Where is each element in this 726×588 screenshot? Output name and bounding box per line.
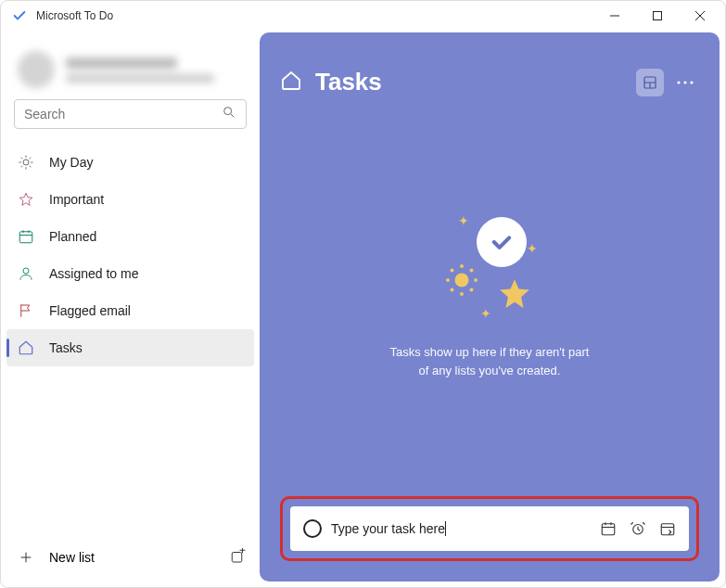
svg-point-33 — [460, 292, 464, 296]
sidebar-item-assigned[interactable]: Assigned to me — [1, 255, 260, 292]
svg-rect-40 — [602, 524, 615, 535]
svg-rect-45 — [661, 524, 674, 535]
sidebar-item-label: Planned — [49, 229, 96, 244]
sidebar-item-important[interactable]: Important — [1, 181, 260, 218]
window-title: Microsoft To Do — [36, 9, 593, 22]
person-icon — [18, 265, 34, 282]
new-list-button[interactable]: New list — [18, 549, 95, 566]
svg-point-39 — [470, 269, 474, 273]
empty-state-text: Tasks show up here if they aren't part o… — [390, 343, 590, 379]
minimize-button[interactable] — [593, 1, 636, 31]
sun-icon — [18, 154, 34, 171]
flag-icon — [18, 302, 34, 319]
sun-decoration — [445, 263, 478, 300]
task-input-highlight: Type your task here — [280, 496, 699, 561]
window-controls — [593, 1, 721, 31]
user-profile[interactable] — [1, 34, 260, 99]
avatar — [18, 51, 55, 88]
svg-line-11 — [21, 158, 23, 160]
svg-line-14 — [30, 158, 32, 160]
text-cursor — [445, 521, 446, 536]
svg-line-5 — [231, 114, 234, 117]
svg-rect-1 — [654, 12, 662, 20]
svg-point-30 — [690, 81, 693, 83]
star-icon — [18, 191, 34, 208]
search-input[interactable] — [24, 107, 222, 121]
sidebar-item-planned[interactable]: Planned — [1, 218, 260, 255]
task-input-text[interactable]: Type your task here — [331, 521, 445, 536]
new-list-label: New list — [49, 550, 95, 565]
svg-point-32 — [460, 264, 464, 268]
window-titlebar: Microsoft To Do — [1, 1, 725, 31]
svg-line-13 — [21, 166, 23, 168]
add-task-box[interactable]: Type your task here — [290, 506, 689, 551]
svg-point-19 — [23, 268, 29, 274]
svg-point-37 — [470, 288, 474, 292]
empty-state: ✦ ✦ ✦ Tasks show up here if they aren't … — [280, 96, 699, 496]
svg-rect-22 — [232, 552, 242, 562]
maximize-button[interactable] — [636, 1, 679, 31]
sidebar-item-label: My Day — [49, 155, 93, 170]
empty-illustration: ✦ ✦ ✦ — [425, 213, 554, 334]
check-icon — [477, 217, 527, 267]
svg-rect-15 — [19, 232, 32, 243]
search-icon — [222, 105, 236, 123]
main-panel: Tasks ✦ ✦ ✦ — [260, 32, 720, 582]
sidebar-item-label: Flagged email — [49, 303, 131, 318]
sidebar-item-label: Important — [49, 192, 104, 207]
app-icon — [12, 8, 27, 23]
svg-point-35 — [474, 278, 478, 282]
main-header: Tasks — [280, 68, 699, 96]
svg-point-29 — [683, 81, 686, 83]
nav-list: My Day Important Planned Assigned to me — [1, 136, 260, 366]
plus-icon — [18, 549, 34, 566]
svg-point-28 — [677, 81, 680, 83]
calendar-icon — [18, 228, 34, 245]
sidebar: My Day Important Planned Assigned to me — [1, 31, 260, 587]
page-title: Tasks — [315, 68, 382, 96]
more-options-button[interactable] — [671, 69, 699, 96]
svg-point-31 — [455, 274, 469, 288]
star-decoration — [497, 276, 532, 315]
svg-point-36 — [451, 269, 454, 273]
sidebar-item-tasks[interactable]: Tasks — [6, 329, 254, 366]
repeat-icon[interactable] — [659, 520, 676, 537]
sidebar-item-label: Assigned to me — [49, 266, 139, 281]
svg-line-12 — [30, 166, 32, 168]
sidebar-item-my-day[interactable]: My Day — [1, 144, 260, 181]
due-date-icon[interactable] — [600, 520, 617, 537]
sidebar-item-label: Tasks — [49, 340, 83, 355]
close-button[interactable] — [679, 1, 721, 31]
svg-point-38 — [451, 288, 454, 292]
sidebar-item-flagged[interactable]: Flagged email — [1, 292, 260, 329]
new-group-icon[interactable] — [230, 548, 247, 568]
search-box[interactable] — [14, 99, 247, 129]
home-icon — [280, 70, 302, 96]
circle-icon — [303, 519, 322, 538]
svg-point-4 — [224, 108, 232, 115]
suggestions-button[interactable] — [636, 69, 664, 96]
reminder-icon[interactable] — [630, 520, 646, 537]
home-icon — [18, 339, 34, 356]
svg-point-6 — [23, 160, 29, 165]
svg-point-34 — [446, 278, 450, 282]
